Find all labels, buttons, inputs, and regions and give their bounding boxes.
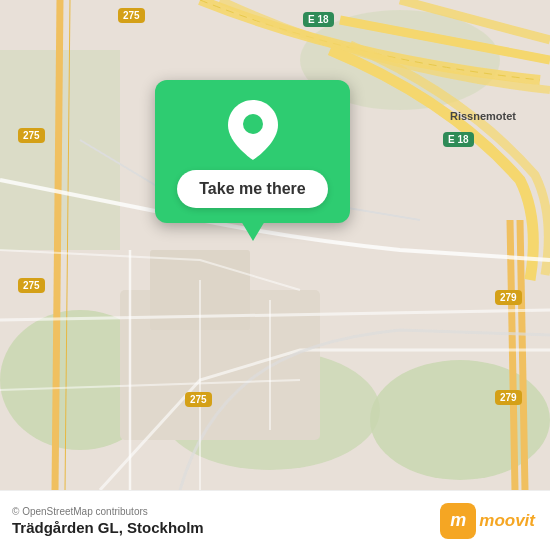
location-title: Trädgården GL, Stockholm [12, 519, 204, 536]
take-me-there-button[interactable]: Take me there [177, 170, 327, 208]
road-badge-275-top: 275 [118, 8, 145, 23]
moovit-icon: m [440, 503, 476, 539]
svg-text:Rissnemotet: Rissnemotet [450, 110, 516, 122]
map-svg: Rissnemotet [0, 0, 550, 490]
bottom-left-info: © OpenStreetMap contributors Trädgården … [12, 506, 204, 536]
svg-point-9 [243, 114, 263, 134]
moovit-text: moovit [479, 511, 535, 531]
popup-card: Take me there [155, 80, 350, 223]
map-container[interactable]: Rissnemotet E 18 E 18 275 275 275 275 27… [0, 0, 550, 490]
road-badge-275-bot: 275 [185, 392, 212, 407]
road-badge-275-left1: 275 [18, 128, 45, 143]
location-pin-icon [223, 100, 283, 160]
road-badge-279-right2: 279 [495, 390, 522, 405]
copyright-text: © OpenStreetMap contributors [12, 506, 204, 517]
road-badge-e18-right: E 18 [443, 132, 474, 147]
moovit-logo[interactable]: m moovit [440, 503, 535, 539]
road-badge-e18-top: E 18 [303, 12, 334, 27]
bottom-bar: © OpenStreetMap contributors Trädgården … [0, 490, 550, 550]
road-badge-279-right1: 279 [495, 290, 522, 305]
road-badge-275-left2: 275 [18, 278, 45, 293]
